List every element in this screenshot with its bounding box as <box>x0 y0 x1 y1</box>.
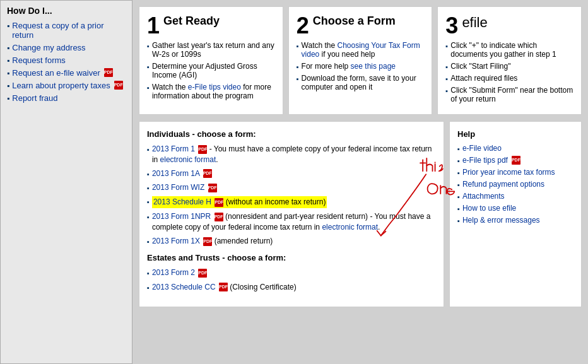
form-1-link[interactable]: 2013 Form 1 <box>152 144 195 153</box>
schedule-h-link[interactable]: 2013 Schedule H <box>153 197 211 206</box>
refund-payment-link[interactable]: Refund payment options <box>462 180 544 189</box>
form-1a-link[interactable]: 2013 Form 1A <box>152 169 199 178</box>
pdf-icon: PDF <box>203 169 212 178</box>
efile-video-link[interactable]: e-File video <box>462 144 502 153</box>
step-3-content: Click "+" to indicate which documents yo… <box>445 41 573 103</box>
help-how-to-use[interactable]: How to use efile <box>457 204 573 213</box>
electronic-format-link-1[interactable]: electronic format <box>160 155 216 164</box>
form-1-item: 2013 Form 1 PDF - You must have a comple… <box>147 144 436 165</box>
help-error-messages[interactable]: Help & error messages <box>457 216 573 225</box>
pdf-icon: PDF <box>219 283 228 291</box>
step-2-title: Choose a Form <box>313 15 396 28</box>
step-3-card: 3 efile Click "+" to indicate which docu… <box>437 6 582 115</box>
attachments-link[interactable]: Attachments <box>462 192 505 201</box>
form-1x-link[interactable]: 2013 Form 1X <box>152 237 200 245</box>
pdf-icon: PDF <box>198 269 207 278</box>
sidebar-nav: Request a copy of a prior return Change … <box>7 21 126 103</box>
step-2-item-1: For more help see this page <box>297 62 425 71</box>
schedule-cc-item: 2013 Schedule CC PDF (Closing Certificat… <box>147 282 436 293</box>
pdf-icon: PDF <box>208 184 217 192</box>
step-1-item-1: Determine your Adjusted Gross Income (AG… <box>147 62 275 79</box>
how-to-use-link[interactable]: How to use efile <box>462 204 516 213</box>
pdf-icon: PDF <box>104 68 113 77</box>
help-efile-tips-pdf[interactable]: e-File tips pdf PDF <box>457 156 573 165</box>
help-refund-payment[interactable]: Refund payment options <box>457 180 573 189</box>
sidebar-item-efile-waiver[interactable]: Request an e-file waiver PDF <box>7 68 126 78</box>
electronic-format-link-2[interactable]: electronic format <box>322 223 378 232</box>
step-2-item-2: Download the form, save it to your compu… <box>297 74 425 91</box>
bottom-row-wrapper: Individuals - choose a form: 2013 Form 1… <box>139 121 582 307</box>
step-2-item-0: Watch the Choosing Your Tax Form video i… <box>297 41 425 59</box>
step-3-item-2: Attach required files <box>445 74 573 83</box>
choosing-form-link[interactable]: Choosing Your Tax Form video <box>302 41 420 59</box>
step-1-number: 1 <box>147 15 160 37</box>
pdf-icon: PDF <box>512 156 520 165</box>
help-prior-year[interactable]: Prior year income tax forms <box>457 168 573 177</box>
sidebar-item-property-taxes[interactable]: Learn about property taxes PDF <box>7 81 126 90</box>
forms-section: Individuals - choose a form: 2013 Form 1… <box>139 121 444 307</box>
sidebar-title: How Do I... <box>7 6 126 16</box>
schedule-cc-link[interactable]: 2013 Schedule CC <box>152 283 216 291</box>
individuals-forms-list: 2013 Form 1 PDF - You must have a comple… <box>147 144 436 247</box>
help-attachments[interactable]: Attachments <box>457 192 573 201</box>
sidebar-item-request-forms[interactable]: Request forms <box>7 56 126 65</box>
sidebar-item-change-address[interactable]: Change my address <box>7 43 126 52</box>
sidebar-link-report-fraud[interactable]: Report fraud <box>12 93 57 103</box>
form-1npr-item: 2013 Form 1NPR PDF (nonresident and part… <box>147 211 436 233</box>
schedule-h-item: 2013 Schedule H PDF (without an income t… <box>147 196 436 208</box>
step-1-title: Get Ready <box>163 15 220 28</box>
bottom-row: Individuals - choose a form: 2013 Form 1… <box>139 121 582 307</box>
form-2-link[interactable]: 2013 Form 2 <box>152 268 195 277</box>
pdf-icon: PDF <box>215 198 223 207</box>
form-wiz-link[interactable]: 2013 Form WIZ <box>152 183 204 192</box>
schedule-h-highlight: 2013 Schedule H PDF (without an income t… <box>152 196 327 208</box>
step-3-item-3: Click "Submit Form" near the bottom of y… <box>445 86 573 103</box>
help-efile-video[interactable]: e-File video <box>457 144 573 153</box>
pdf-icon: PDF <box>203 237 212 246</box>
efile-tips-pdf-link[interactable]: e-File tips pdf <box>462 156 508 165</box>
step-3-item-1: Click "Start Filing" <box>445 62 573 71</box>
step-2-card: 2 Choose a Form Watch the Choosing Your … <box>288 6 433 115</box>
help-list: e-File video e-File tips pdf PDF Prior y… <box>457 144 573 225</box>
prior-year-link[interactable]: Prior year income tax forms <box>462 168 555 177</box>
estates-forms-list: 2013 Form 2 PDF 2013 Schedule CC PDF (Cl… <box>147 267 436 293</box>
efile-tips-link[interactable]: e-File tips video <box>188 83 241 91</box>
step-3-title: efile <box>462 15 487 31</box>
step-2-content: Watch the Choosing Your Tax Form video i… <box>297 41 425 91</box>
forms-section-title: Individuals - choose a form: <box>147 129 436 139</box>
step-1-content: Gather last year's tax return and any W-… <box>147 41 275 100</box>
error-messages-link[interactable]: Help & error messages <box>462 216 540 225</box>
pdf-icon: PDF <box>114 81 123 90</box>
step-1-item-0: Gather last year's tax return and any W-… <box>147 41 275 59</box>
steps-row: 1 Get Ready Gather last year's tax retur… <box>139 6 582 115</box>
step-3-item-0: Click "+" to indicate which documents yo… <box>445 41 573 59</box>
sidebar-link-property-taxes[interactable]: Learn about property taxes <box>12 81 110 90</box>
form-1x-item: 2013 Form 1X PDF (amended return) <box>147 236 436 247</box>
sidebar-link-change-address[interactable]: Change my address <box>12 43 85 52</box>
form-1a-item: 2013 Form 1A PDF <box>147 168 436 179</box>
pdf-icon: PDF <box>215 213 223 221</box>
step-1-card: 1 Get Ready Gather last year's tax retur… <box>139 6 283 115</box>
step-3-number: 3 <box>445 15 458 37</box>
step-2-number: 2 <box>297 15 309 37</box>
main-content: 1 Get Ready Gather last year's tax retur… <box>132 0 588 364</box>
help-title: Help <box>457 129 573 139</box>
sidebar-item-report-fraud[interactable]: Report fraud <box>7 93 126 103</box>
step-1-item-2: Watch the e-File tips video for more inf… <box>147 83 275 100</box>
help-section: Help e-File video e-File tips pdf PDF Pr… <box>449 121 582 307</box>
form-wiz-item: 2013 Form WIZ PDF <box>147 182 436 193</box>
sidebar-link-request-forms[interactable]: Request forms <box>12 56 66 65</box>
form-1npr-link[interactable]: 2013 Form 1NPR <box>152 212 211 221</box>
sidebar: How Do I... Request a copy of a prior re… <box>0 0 132 364</box>
sidebar-item-request-copy[interactable]: Request a copy of a prior return <box>7 21 126 40</box>
sidebar-link-efile-waiver[interactable]: Request an e-file waiver <box>12 68 100 78</box>
sidebar-link-request-copy[interactable]: Request a copy of a prior return <box>12 21 126 40</box>
form-2-item: 2013 Form 2 PDF <box>147 267 436 278</box>
see-page-link[interactable]: see this page <box>351 62 396 71</box>
pdf-icon: PDF <box>198 145 207 154</box>
estates-section-title: Estates and Trusts - choose a form: <box>147 253 436 262</box>
